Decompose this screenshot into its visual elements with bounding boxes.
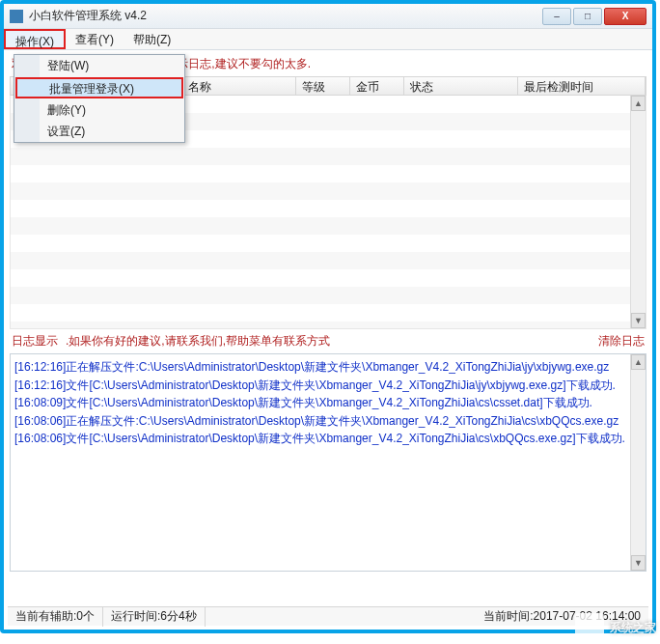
log-line: [16:12:16]文件[C:\Users\Administrator\Desk… [14,377,642,395]
maximize-button[interactable]: □ [573,8,602,25]
menu-operate[interactable]: 操作(X) [4,29,66,49]
statusbar: 当前有辅助:0个 运行时间:6分4秒 当前时间:2017-07-02 16:14… [8,606,648,626]
col-lastcheck[interactable]: 最后检测时间 [518,77,646,95]
window-title: 小白软件管理系统 v4.2 [29,8,542,24]
menu-item-delete[interactable]: 删除(Y) [14,99,184,121]
status-assist-count: 当前有辅助:0个 [8,606,103,627]
menu-item-batch-login[interactable]: 批量管理登录(X) [15,77,183,98]
scroll-down-icon[interactable]: ▼ [631,313,646,328]
grid-scrollbar[interactable]: ▲ ▼ [630,96,646,328]
scroll-track[interactable] [631,111,646,313]
status-runtime: 运行时间:6分4秒 [103,606,206,627]
app-icon [10,10,23,23]
menu-item-login[interactable]: 登陆(W) [14,55,184,76]
titlebar[interactable]: 小白软件管理系统 v4.2 – □ X [4,4,652,29]
log-line: [16:08:06]文件[C:\Users\Administrator\Desk… [14,430,642,448]
log-header: 日志显示 .如果你有好的建议,请联系我们,帮助菜单有联系方式 清除日志 [4,329,652,353]
scroll-down-icon[interactable]: ▼ [631,555,646,571]
log-label: 日志显示 [12,333,58,350]
log-textarea[interactable]: [16:12:16]正在解压文件:C:\Users\Administrator\… [10,353,646,572]
clear-log-link[interactable]: 清除日志 [598,333,645,350]
log-line: [16:12:16]正在解压文件:C:\Users\Administrator\… [14,358,642,377]
log-line: [16:08:06]正在解压文件:C:\Users\Administrator\… [14,412,642,431]
operate-dropdown: 登陆(W) 批量管理登录(X) 删除(Y) 设置(Z) [14,54,185,143]
menubar: 操作(X) 查看(Y) 帮助(Z) [4,29,652,50]
menu-help[interactable]: 帮助(Z) [124,29,180,49]
close-button[interactable]: X [604,8,646,25]
menu-view[interactable]: 查看(Y) [66,29,124,49]
menu-item-settings[interactable]: 设置(Z) [14,121,184,142]
status-clock: 当前时间:2017-07-02 16:14:00 [476,606,648,627]
col-level[interactable]: 等级 [296,77,350,95]
col-name[interactable]: 名称 [182,77,296,95]
log-content: [16:12:16]正在解压文件:C:\Users\Administrator\… [11,354,646,452]
window-controls: – □ X [542,8,646,25]
scroll-track[interactable] [631,370,646,555]
scroll-up-icon[interactable]: ▲ [631,96,646,111]
app-window: 小白软件管理系统 v4.2 – □ X 操作(X) 查看(Y) 帮助(Z) 双击… [0,0,656,633]
scroll-up-icon[interactable]: ▲ [631,354,646,370]
log-line: [16:08:09]文件[C:\Users\Administrator\Desk… [14,394,642,412]
log-scrollbar[interactable]: ▲ ▼ [630,354,646,571]
col-gold[interactable]: 金币 [350,77,404,95]
col-status[interactable]: 状态 [404,77,518,95]
minimize-button[interactable]: – [542,8,571,25]
log-tip: .如果你有好的建议,请联系我们,帮助菜单有联系方式 [66,333,598,350]
